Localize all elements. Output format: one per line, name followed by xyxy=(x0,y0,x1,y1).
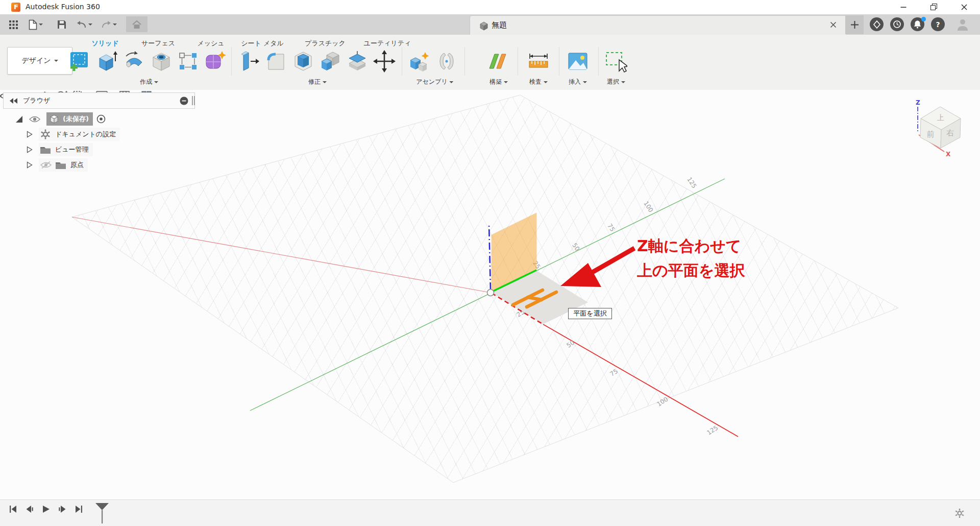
ribbon-separator xyxy=(559,47,559,76)
timeline-position-marker[interactable] xyxy=(95,503,109,524)
timeline-skip-start-button[interactable] xyxy=(7,504,19,514)
annotation-line-1: Z軸に合わせて xyxy=(637,234,745,258)
combine-button[interactable] xyxy=(319,48,341,75)
create-sketch-button[interactable] xyxy=(69,48,91,75)
press-pull-button[interactable] xyxy=(238,48,260,75)
move-copy-button[interactable] xyxy=(373,48,396,75)
redo-button[interactable] xyxy=(101,18,117,31)
timeline-step-forward-button[interactable] xyxy=(56,504,68,514)
tab-solid[interactable]: ソリッド xyxy=(91,39,118,48)
document-tab-close-button[interactable] xyxy=(830,21,837,28)
group-assemble-dropdown[interactable]: アセンブリ xyxy=(416,78,453,86)
visibility-eye-icon[interactable] xyxy=(29,115,40,123)
tab-utilities[interactable]: ユーティリティ xyxy=(364,39,411,48)
viewcube-x-label: X xyxy=(946,151,951,158)
tab-surface[interactable]: サーフェス xyxy=(141,39,175,48)
workspace-label: デザイン xyxy=(21,56,51,65)
restore-button[interactable] xyxy=(922,0,945,14)
rectangular-pattern-button[interactable] xyxy=(177,48,200,75)
dropdown-caret-icon xyxy=(504,81,508,85)
undo-button[interactable] xyxy=(77,18,92,31)
viewcube-top-label: 上 xyxy=(937,113,944,122)
construct-plane-button[interactable] xyxy=(487,48,510,75)
dropdown-caret-icon xyxy=(113,23,117,28)
document-tab[interactable]: 無題 xyxy=(470,15,847,35)
timeline-skip-end-button[interactable] xyxy=(72,504,85,514)
shell-button[interactable] xyxy=(292,48,314,75)
browser-row-view-management[interactable]: ビュー管理 xyxy=(27,143,93,156)
panel-grip-icon[interactable] xyxy=(192,96,195,105)
folder-icon xyxy=(55,161,66,170)
annotation-line-2: 上の平面を選択 xyxy=(637,258,745,283)
timeline-step-back-button[interactable] xyxy=(23,504,36,514)
view-cube[interactable]: Z X 上 前 右 xyxy=(910,98,980,164)
group-modify-dropdown[interactable]: 修正 xyxy=(308,78,327,86)
svg-text:50: 50 xyxy=(566,339,576,349)
tab-mesh[interactable]: メッシュ xyxy=(197,39,224,48)
help-button[interactable]: ? xyxy=(931,17,945,31)
browser-item-label: 原点 xyxy=(70,160,84,170)
home-view-button[interactable] xyxy=(126,16,148,32)
extensions-button[interactable] xyxy=(870,17,884,31)
document-root-item[interactable]: (未保存) xyxy=(46,112,93,126)
insert-button[interactable] xyxy=(567,48,589,75)
profile-button[interactable] xyxy=(957,18,969,31)
timeline-play-button[interactable] xyxy=(40,504,52,514)
new-document-tab-button[interactable] xyxy=(845,15,864,34)
fusion-app-icon: F xyxy=(11,3,20,12)
origin-point[interactable] xyxy=(487,290,494,296)
file-icon xyxy=(29,19,37,30)
settings-gear-icon xyxy=(40,129,51,140)
new-component-button[interactable] xyxy=(408,48,431,75)
z-axis-line[interactable] xyxy=(489,224,491,290)
browser-row-document-settings[interactable]: ドキュメントの設定 xyxy=(27,128,120,141)
group-insert-dropdown[interactable]: 挿入 xyxy=(569,78,587,86)
expand-chevron-icon[interactable] xyxy=(27,131,33,138)
select-button[interactable] xyxy=(605,48,627,75)
tab-sheet-metal[interactable]: シート メタル xyxy=(241,39,284,48)
activate-component-icon[interactable] xyxy=(96,114,106,124)
visibility-off-eye-icon[interactable] xyxy=(40,161,52,169)
quick-access-toolbar: 無題 ? xyxy=(0,14,980,35)
revolve-button[interactable] xyxy=(123,48,145,75)
svg-text:50: 50 xyxy=(571,242,581,252)
close-button[interactable] xyxy=(952,0,976,14)
joint-button[interactable] xyxy=(435,48,458,75)
group-create-dropdown[interactable]: 作成 xyxy=(140,78,158,86)
hole-button[interactable] xyxy=(150,48,173,75)
ribbon-toolbar: デザイン ソリッド サーフェス メッシュ シート メタル プラスチック ユーティ… xyxy=(0,35,980,90)
minimize-button[interactable] xyxy=(892,0,915,14)
fusion-app-icon-letter: F xyxy=(14,3,18,11)
browser-root-row[interactable]: (未保存) xyxy=(15,112,106,126)
group-inspect-dropdown[interactable]: 検査 xyxy=(529,78,548,86)
expand-chevron-icon[interactable] xyxy=(27,146,33,153)
browser-header[interactable]: ブラウザ xyxy=(3,92,195,109)
job-status-button[interactable] xyxy=(890,17,904,31)
collapse-panel-icon[interactable] xyxy=(10,98,18,104)
select-plane-tooltip: 平面を選択 xyxy=(568,308,612,319)
expand-root-icon[interactable] xyxy=(15,115,23,123)
window-title: Autodesk Fusion 360 xyxy=(26,3,100,11)
viewcube-front-label: 前 xyxy=(927,130,935,139)
extrude-button[interactable] xyxy=(96,48,118,75)
timeline-settings-gear-icon[interactable] xyxy=(954,508,965,518)
panel-minimize-icon[interactable] xyxy=(180,97,188,105)
3d-viewport[interactable]: 25 50 75 100 125 25 50 75 100 125 xyxy=(0,90,980,499)
create-form-button[interactable] xyxy=(204,48,227,75)
browser-row-origin[interactable]: 原点 xyxy=(27,158,88,172)
offset-face-button[interactable] xyxy=(346,48,369,75)
group-construct-dropdown[interactable]: 構築 xyxy=(489,78,508,86)
workspace-selector[interactable]: デザイン xyxy=(7,47,72,75)
save-button[interactable] xyxy=(57,18,66,31)
expand-chevron-icon[interactable] xyxy=(27,161,33,169)
redo-icon xyxy=(101,20,111,29)
group-select-dropdown[interactable]: 選択 xyxy=(607,78,625,86)
annotation-arrow xyxy=(560,248,634,287)
file-menu-button[interactable] xyxy=(29,18,43,31)
dropdown-caret-icon xyxy=(88,23,92,28)
fillet-button[interactable] xyxy=(265,48,287,75)
measure-button[interactable] xyxy=(527,48,550,75)
app-menu-button[interactable] xyxy=(9,18,18,31)
tab-plastic[interactable]: プラスチック xyxy=(305,39,346,48)
x-axis-negative-line[interactable] xyxy=(72,217,491,293)
